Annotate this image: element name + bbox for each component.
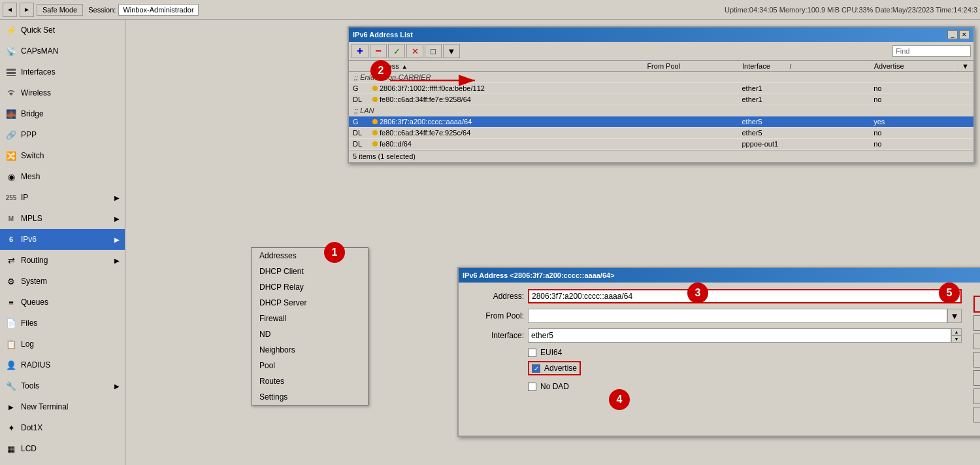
sidebar-item-ip[interactable]: 255 IP ▶ <box>0 187 125 208</box>
sidebar-item-queues[interactable]: ≡ Queues <box>0 292 125 313</box>
addr-detail-window: IPv6 Address <2806:3f7:a200:cccc::aaaa/6… <box>457 267 980 437</box>
section-lan-label: ;; LAN <box>349 105 973 116</box>
back-button[interactable]: ◄ <box>3 3 17 17</box>
row-pool <box>643 94 738 105</box>
address-input[interactable] <box>528 289 962 303</box>
sidebar-item-mesh[interactable]: ◉ Mesh <box>0 166 125 187</box>
interface-label: Interface: <box>465 331 524 340</box>
no-dad-checkbox[interactable] <box>528 383 536 391</box>
table-row-selected[interactable]: G 2806:3f7:a200:cccc::aaaa/64 ether5 yes <box>349 116 973 128</box>
col-from-pool[interactable]: From Pool <box>643 61 738 72</box>
system-icon: ⚙ <box>5 275 17 287</box>
side-buttons: OK Cancel Apply Disable Comment Copy Rem… <box>968 289 980 429</box>
sidebar-item-system[interactable]: ⚙ System <box>0 271 125 292</box>
lcd-icon: ▦ <box>5 443 17 455</box>
row-address: fe80::c6ad:34ff:fe7e:9258/64 <box>368 94 643 105</box>
sidebar-item-capsman[interactable]: 📡 CAPsMAN <box>0 41 125 61</box>
svg-rect-0 <box>7 69 16 71</box>
sidebar-item-switch[interactable]: 🔀 Switch <box>0 145 125 166</box>
submenu-pool[interactable]: Pool <box>252 358 368 373</box>
badge-2: 2 <box>370 60 391 81</box>
table-row[interactable]: DL fe80::c6ad:34ff:fe7e:9258/64 ether1 n… <box>349 94 973 105</box>
enable-button[interactable]: ✓ <box>388 44 405 58</box>
status-dot <box>372 141 378 146</box>
sidebar-item-ipv6[interactable]: 6 IPv6 ▶ <box>0 229 125 250</box>
clone-button[interactable]: □ <box>425 44 442 58</box>
badge-3: 3 <box>687 283 708 303</box>
apply-button[interactable]: Apply <box>973 334 980 349</box>
add-button[interactable]: + <box>351 44 368 58</box>
interface-down-btn[interactable]: ▼ <box>951 336 962 343</box>
submenu-settings[interactable]: Settings <box>252 389 368 405</box>
row-flag: DL <box>349 94 368 105</box>
find-input[interactable] <box>892 45 971 57</box>
comment-button[interactable]: Comment <box>973 370 980 386</box>
sidebar-label-radius: RADIUS <box>21 360 50 370</box>
form-fields: Address: From Pool: ▼ Interface: <box>465 289 962 429</box>
interface-up-btn[interactable]: ▲ <box>951 328 962 336</box>
submenu-neighbors[interactable]: Neighbors <box>252 342 368 358</box>
advertise-checkbox[interactable]: ✓ <box>532 364 540 373</box>
sidebar-item-interfaces[interactable]: Interfaces <box>0 61 125 82</box>
sidebar-item-mpls[interactable]: M MPLS ▶ <box>0 208 125 229</box>
submenu-routes[interactable]: Routes <box>252 373 368 389</box>
remove-detail-button[interactable]: Remove <box>973 407 980 422</box>
from-pool-wrapper: ▼ <box>528 309 962 323</box>
filter-button[interactable]: ▼ <box>443 44 460 58</box>
sidebar-item-radius[interactable]: 👤 RADIUS <box>0 354 125 375</box>
svg-rect-1 <box>7 72 16 74</box>
sidebar-label-log: Log <box>21 339 34 349</box>
row-pool <box>643 139 738 150</box>
sidebar-item-routing[interactable]: ⇄ Routing ▶ <box>0 250 125 271</box>
col-interface[interactable]: Interface/ <box>738 61 870 72</box>
submenu-nd[interactable]: ND <box>252 326 368 342</box>
addr-list-close[interactable]: ✕ <box>959 30 970 39</box>
copy-button[interactable]: Copy <box>973 388 980 404</box>
addr-list-window: IPv6 Address List _ ✕ + − ✓ ✕ □ ▼ <box>348 26 975 164</box>
disable-button[interactable]: Disable <box>973 352 980 368</box>
cancel-button[interactable]: Cancel <box>973 315 980 331</box>
ok-button[interactable]: OK <box>973 296 980 313</box>
col-advertise[interactable]: Advertise <box>870 61 957 72</box>
row-advertise: no <box>870 139 957 150</box>
forward-button[interactable]: ► <box>20 3 34 17</box>
safe-mode-button[interactable]: Safe Mode <box>37 4 83 16</box>
top-bar: ◄ ► Safe Mode Session: Winbox-Administra… <box>0 0 980 20</box>
sidebar-item-lcd[interactable]: ▦ LCD <box>0 438 125 459</box>
sidebar-item-log[interactable]: 📋 Log <box>0 334 125 354</box>
row-flag: DL <box>349 128 368 139</box>
sidebar-item-dot1x[interactable]: ✦ Dot1X <box>0 417 125 438</box>
row-interface: ether1 <box>738 83 870 94</box>
row-advertise: no <box>870 94 957 105</box>
addr-list-minimize[interactable]: _ <box>947 30 958 39</box>
from-pool-row: From Pool: ▼ <box>465 309 962 323</box>
sidebar-item-tools[interactable]: 🔧 Tools ▶ <box>0 375 125 396</box>
from-pool-input[interactable] <box>528 309 947 323</box>
status-count: 5 items (1 selected) <box>349 150 973 162</box>
disable-toolbar-button[interactable]: ✕ <box>406 44 423 58</box>
row-address: 2806:3f7:a200:cccc::aaaa/64 <box>368 116 643 128</box>
from-pool-dropdown-btn[interactable]: ▼ <box>947 309 962 323</box>
sidebar-item-bridge[interactable]: 🌉 Bridge <box>0 103 125 124</box>
col-dropdown[interactable]: ▼ <box>958 61 973 72</box>
table-row[interactable]: DL fe80::d/64 pppoe-out1 no <box>349 139 973 150</box>
interface-input[interactable] <box>528 328 951 343</box>
interface-btns: ▲ ▼ <box>951 328 962 343</box>
submenu-firewall[interactable]: Firewall <box>252 311 368 326</box>
submenu-dhcp-server[interactable]: DHCP Server <box>252 295 368 311</box>
sidebar-item-ppp[interactable]: 🔗 PPP <box>0 124 125 145</box>
remove-button[interactable]: − <box>370 44 387 58</box>
log-icon: 📋 <box>5 338 17 350</box>
sidebar-item-new-terminal[interactable]: ▶ New Terminal <box>0 396 125 417</box>
col-flag[interactable] <box>349 61 368 72</box>
table-row[interactable]: DL fe80::c6ad:34ff:fe7e:925c/64 ether5 n… <box>349 128 973 139</box>
sidebar-item-files[interactable]: 📄 Files <box>0 313 125 334</box>
submenu-dhcp-relay[interactable]: DHCP Relay <box>252 279 368 295</box>
sidebar-item-quick-set[interactable]: ⚡ Quick Set <box>0 20 125 41</box>
eui64-checkbox[interactable] <box>528 349 536 357</box>
wireless-icon <box>5 87 17 99</box>
submenu-addresses[interactable]: Addresses <box>252 248 368 264</box>
svg-rect-2 <box>7 75 16 76</box>
submenu-dhcp-client[interactable]: DHCP Client <box>252 264 368 279</box>
sidebar-item-wireless[interactable]: Wireless <box>0 82 125 103</box>
